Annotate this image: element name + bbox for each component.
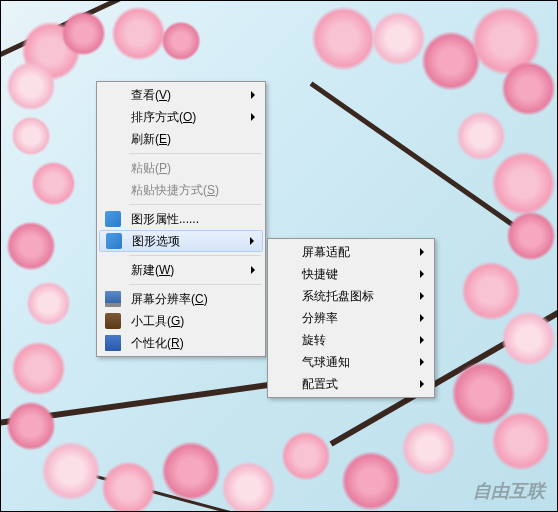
menu-separator [129,284,261,285]
menu-label: 图形选项 [132,233,180,250]
monitor-icon [105,291,121,307]
menu-label: 粘贴快捷方式(S) [131,182,219,199]
submenu-arrow-icon [420,270,424,278]
menu-label: 刷新(E) [131,131,171,148]
menu-item-sort[interactable]: 排序方式(O) [99,106,263,128]
submenu-item-rotation[interactable]: 旋转 [270,329,432,351]
menu-label: 新建(W) [131,262,174,279]
gadget-icon [105,313,121,329]
submenu-arrow-icon [250,237,254,245]
menu-item-view[interactable]: 查看(V) [99,84,263,106]
graphics-options-submenu: 屏幕适配 快捷键 系统托盘图标 分辨率 旋转 气球通知 配置式 [267,238,435,398]
menu-label: 系统托盘图标 [302,288,374,305]
submenu-arrow-icon [420,380,424,388]
menu-label: 快捷键 [302,266,338,283]
submenu-arrow-icon [251,91,255,99]
menu-item-personalize[interactable]: 个性化(R) [99,332,263,354]
submenu-item-hotkeys[interactable]: 快捷键 [270,263,432,285]
menu-label: 旋转 [302,332,326,349]
menu-separator [129,153,261,154]
menu-label: 图形属性...... [131,211,199,228]
menu-label: 个性化(R) [131,335,184,352]
menu-item-graphics-options[interactable]: 图形选项 [99,230,263,252]
menu-item-new[interactable]: 新建(W) [99,259,263,281]
menu-label: 分辨率 [302,310,338,327]
menu-separator [129,255,261,256]
menu-label: 配置式 [302,376,338,393]
submenu-arrow-icon [420,314,424,322]
menu-label: 屏幕分辨率(C) [131,291,208,308]
submenu-item-profiles[interactable]: 配置式 [270,373,432,395]
desktop-context-menu: 查看(V) 排序方式(O) 刷新(E) 粘贴(P) 粘贴快捷方式(S) 图形属性… [96,81,266,357]
menu-separator [129,204,261,205]
graphics-icon [105,211,121,227]
submenu-arrow-icon [251,113,255,121]
submenu-arrow-icon [420,358,424,366]
menu-item-paste-shortcut: 粘贴快捷方式(S) [99,179,263,201]
submenu-item-screen-fit[interactable]: 屏幕适配 [270,241,432,263]
personalize-icon [105,335,121,351]
submenu-arrow-icon [420,248,424,256]
submenu-item-balloon-notify[interactable]: 气球通知 [270,351,432,373]
submenu-arrow-icon [251,266,255,274]
submenu-item-resolution[interactable]: 分辨率 [270,307,432,329]
menu-label: 排序方式(O) [131,109,196,126]
menu-label: 粘贴(P) [131,160,171,177]
menu-item-paste: 粘贴(P) [99,157,263,179]
menu-label: 查看(V) [131,87,171,104]
watermark: 自由互联 [473,479,545,503]
menu-item-refresh[interactable]: 刷新(E) [99,128,263,150]
menu-label: 气球通知 [302,354,350,371]
menu-item-screen-resolution[interactable]: 屏幕分辨率(C) [99,288,263,310]
submenu-arrow-icon [420,336,424,344]
menu-item-gadgets[interactable]: 小工具(G) [99,310,263,332]
menu-label: 屏幕适配 [302,244,350,261]
submenu-arrow-icon [420,292,424,300]
menu-item-graphics-properties[interactable]: 图形属性...... [99,208,263,230]
submenu-item-tray-icon[interactable]: 系统托盘图标 [270,285,432,307]
menu-label: 小工具(G) [131,313,184,330]
graphics-icon [106,233,122,249]
